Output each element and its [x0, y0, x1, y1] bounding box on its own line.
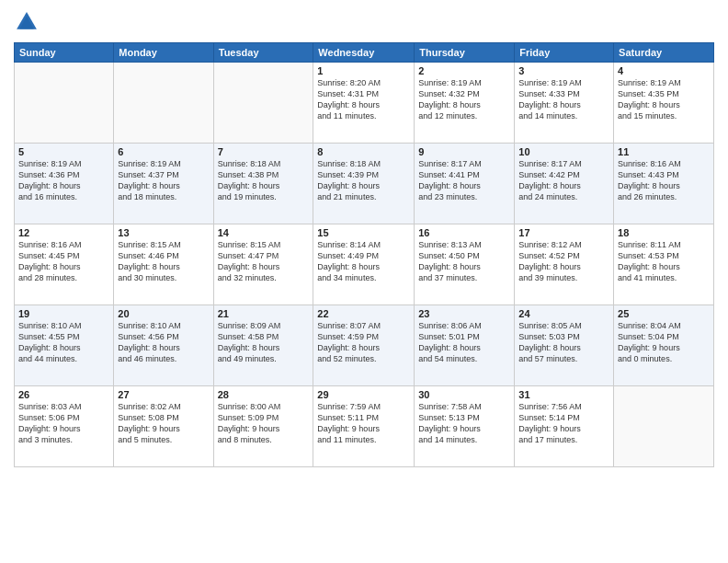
day-number: 13 — [118, 227, 209, 238]
calendar-cell: 19Sunrise: 8:10 AM Sunset: 4:55 PM Dayli… — [15, 305, 114, 386]
calendar-cell: 6Sunrise: 8:19 AM Sunset: 4:37 PM Daylig… — [114, 144, 213, 224]
day-info: Sunrise: 8:16 AM Sunset: 4:45 PM Dayligh… — [18, 239, 109, 284]
logo-icon — [14, 9, 40, 35]
calendar-week-row: 19Sunrise: 8:10 AM Sunset: 4:55 PM Dayli… — [15, 305, 714, 386]
day-of-week-header: Friday — [515, 43, 614, 63]
calendar-cell: 18Sunrise: 8:11 AM Sunset: 4:53 PM Dayli… — [614, 224, 714, 305]
day-info: Sunrise: 8:00 AM Sunset: 5:09 PM Dayligh… — [218, 401, 310, 446]
calendar-cell: 17Sunrise: 8:12 AM Sunset: 4:52 PM Dayli… — [515, 224, 614, 305]
calendar-cell: 29Sunrise: 7:59 AM Sunset: 5:11 PM Dayli… — [313, 386, 415, 467]
calendar-week-row: 5Sunrise: 8:19 AM Sunset: 4:36 PM Daylig… — [15, 144, 714, 224]
day-info: Sunrise: 8:16 AM Sunset: 4:43 PM Dayligh… — [618, 158, 710, 203]
calendar-cell: 4Sunrise: 8:19 AM Sunset: 4:35 PM Daylig… — [614, 63, 714, 144]
calendar-cell: 23Sunrise: 8:06 AM Sunset: 5:01 PM Dayli… — [415, 305, 515, 386]
calendar-week-row: 1Sunrise: 8:20 AM Sunset: 4:31 PM Daylig… — [15, 63, 714, 144]
day-number: 26 — [18, 389, 109, 400]
calendar-cell: 28Sunrise: 8:00 AM Sunset: 5:09 PM Dayli… — [213, 386, 313, 467]
header — [14, 9, 714, 35]
calendar-cell: 15Sunrise: 8:14 AM Sunset: 4:49 PM Dayli… — [313, 224, 415, 305]
calendar-cell: 11Sunrise: 8:16 AM Sunset: 4:43 PM Dayli… — [614, 144, 714, 224]
calendar-cell: 5Sunrise: 8:19 AM Sunset: 4:36 PM Daylig… — [15, 144, 114, 224]
day-number: 27 — [118, 389, 209, 400]
calendar-cell: 7Sunrise: 8:18 AM Sunset: 4:38 PM Daylig… — [213, 144, 313, 224]
day-info: Sunrise: 8:17 AM Sunset: 4:42 PM Dayligh… — [518, 158, 609, 203]
day-number: 7 — [218, 146, 310, 157]
calendar-cell: 13Sunrise: 8:15 AM Sunset: 4:46 PM Dayli… — [114, 224, 213, 305]
day-number: 14 — [218, 227, 310, 238]
day-info: Sunrise: 8:19 AM Sunset: 4:37 PM Dayligh… — [118, 158, 209, 203]
calendar-cell: 26Sunrise: 8:03 AM Sunset: 5:06 PM Dayli… — [15, 386, 114, 467]
calendar-cell — [15, 63, 114, 144]
calendar-week-row: 26Sunrise: 8:03 AM Sunset: 5:06 PM Dayli… — [15, 386, 714, 467]
calendar-table: SundayMondayTuesdayWednesdayThursdayFrid… — [14, 42, 714, 467]
day-of-week-header: Tuesday — [213, 43, 313, 63]
calendar-cell: 25Sunrise: 8:04 AM Sunset: 5:04 PM Dayli… — [614, 305, 714, 386]
day-info: Sunrise: 8:09 AM Sunset: 4:58 PM Dayligh… — [218, 320, 310, 365]
day-number: 16 — [418, 227, 510, 238]
day-number: 15 — [317, 227, 410, 238]
day-of-week-header: Wednesday — [313, 43, 415, 63]
calendar-week-row: 12Sunrise: 8:16 AM Sunset: 4:45 PM Dayli… — [15, 224, 714, 305]
day-info: Sunrise: 8:03 AM Sunset: 5:06 PM Dayligh… — [18, 401, 109, 446]
calendar-cell: 24Sunrise: 8:05 AM Sunset: 5:03 PM Dayli… — [515, 305, 614, 386]
calendar-cell: 14Sunrise: 8:15 AM Sunset: 4:47 PM Dayli… — [213, 224, 313, 305]
day-number: 9 — [418, 146, 510, 157]
day-number: 6 — [118, 146, 209, 157]
day-info: Sunrise: 8:10 AM Sunset: 4:55 PM Dayligh… — [18, 320, 109, 365]
calendar-cell: 22Sunrise: 8:07 AM Sunset: 4:59 PM Dayli… — [313, 305, 415, 386]
day-info: Sunrise: 8:15 AM Sunset: 4:46 PM Dayligh… — [118, 239, 209, 284]
day-info: Sunrise: 8:13 AM Sunset: 4:50 PM Dayligh… — [418, 239, 510, 284]
day-number: 4 — [618, 65, 710, 76]
day-info: Sunrise: 7:59 AM Sunset: 5:11 PM Dayligh… — [317, 401, 410, 446]
calendar-body: 1Sunrise: 8:20 AM Sunset: 4:31 PM Daylig… — [15, 63, 714, 467]
day-info: Sunrise: 7:56 AM Sunset: 5:14 PM Dayligh… — [518, 401, 609, 446]
day-info: Sunrise: 8:18 AM Sunset: 4:38 PM Dayligh… — [218, 158, 310, 203]
day-of-week-header: Thursday — [415, 43, 515, 63]
calendar-header: SundayMondayTuesdayWednesdayThursdayFrid… — [15, 43, 714, 63]
day-info: Sunrise: 8:02 AM Sunset: 5:08 PM Dayligh… — [118, 401, 209, 446]
day-number: 25 — [618, 308, 710, 319]
header-row: SundayMondayTuesdayWednesdayThursdayFrid… — [15, 43, 714, 63]
day-number: 2 — [418, 65, 510, 76]
day-info: Sunrise: 8:04 AM Sunset: 5:04 PM Dayligh… — [618, 320, 710, 365]
day-info: Sunrise: 8:11 AM Sunset: 4:53 PM Dayligh… — [618, 239, 710, 284]
day-info: Sunrise: 8:20 AM Sunset: 4:31 PM Dayligh… — [317, 77, 410, 122]
day-info: Sunrise: 8:19 AM Sunset: 4:36 PM Dayligh… — [18, 158, 109, 203]
day-number: 28 — [218, 389, 310, 400]
day-number: 17 — [518, 227, 609, 238]
day-number: 23 — [418, 308, 510, 319]
calendar-cell: 8Sunrise: 8:18 AM Sunset: 4:39 PM Daylig… — [313, 144, 415, 224]
day-number: 8 — [317, 146, 410, 157]
day-info: Sunrise: 8:07 AM Sunset: 4:59 PM Dayligh… — [317, 320, 410, 365]
day-info: Sunrise: 7:58 AM Sunset: 5:13 PM Dayligh… — [418, 401, 510, 446]
calendar-cell: 30Sunrise: 7:58 AM Sunset: 5:13 PM Dayli… — [415, 386, 515, 467]
calendar-cell: 10Sunrise: 8:17 AM Sunset: 4:42 PM Dayli… — [515, 144, 614, 224]
calendar-cell: 20Sunrise: 8:10 AM Sunset: 4:56 PM Dayli… — [114, 305, 213, 386]
calendar-cell: 1Sunrise: 8:20 AM Sunset: 4:31 PM Daylig… — [313, 63, 415, 144]
logo — [14, 9, 43, 35]
calendar-cell: 27Sunrise: 8:02 AM Sunset: 5:08 PM Dayli… — [114, 386, 213, 467]
day-info: Sunrise: 8:14 AM Sunset: 4:49 PM Dayligh… — [317, 239, 410, 284]
day-info: Sunrise: 8:19 AM Sunset: 4:33 PM Dayligh… — [518, 77, 609, 122]
day-number: 21 — [218, 308, 310, 319]
day-number: 22 — [317, 308, 410, 319]
calendar-cell: 16Sunrise: 8:13 AM Sunset: 4:50 PM Dayli… — [415, 224, 515, 305]
day-info: Sunrise: 8:05 AM Sunset: 5:03 PM Dayligh… — [518, 320, 609, 365]
day-number: 12 — [18, 227, 109, 238]
page: SundayMondayTuesdayWednesdayThursdayFrid… — [0, 0, 728, 563]
calendar-cell: 3Sunrise: 8:19 AM Sunset: 4:33 PM Daylig… — [515, 63, 614, 144]
day-of-week-header: Monday — [114, 43, 213, 63]
calendar-cell: 12Sunrise: 8:16 AM Sunset: 4:45 PM Dayli… — [15, 224, 114, 305]
calendar-cell: 2Sunrise: 8:19 AM Sunset: 4:32 PM Daylig… — [415, 63, 515, 144]
day-number: 24 — [518, 308, 609, 319]
day-number: 5 — [18, 146, 109, 157]
day-number: 10 — [518, 146, 609, 157]
calendar-cell — [213, 63, 313, 144]
day-info: Sunrise: 8:06 AM Sunset: 5:01 PM Dayligh… — [418, 320, 510, 365]
day-number: 31 — [518, 389, 609, 400]
day-info: Sunrise: 8:18 AM Sunset: 4:39 PM Dayligh… — [317, 158, 410, 203]
calendar-cell: 31Sunrise: 7:56 AM Sunset: 5:14 PM Dayli… — [515, 386, 614, 467]
day-number: 29 — [317, 389, 410, 400]
day-info: Sunrise: 8:19 AM Sunset: 4:35 PM Dayligh… — [618, 77, 710, 122]
day-number: 19 — [18, 308, 109, 319]
